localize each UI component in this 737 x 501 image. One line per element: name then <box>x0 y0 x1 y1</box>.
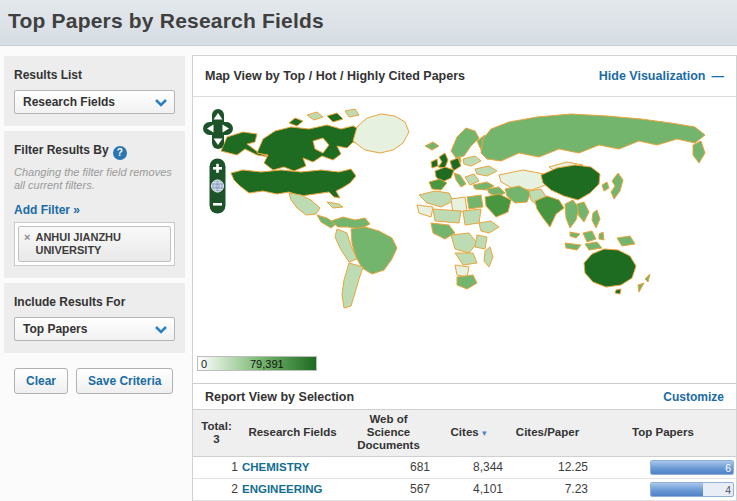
world-map-choropleth[interactable] <box>193 101 735 353</box>
filter-tag-label: ANHUI JIANZHU UNIVERSITY <box>35 231 165 257</box>
help-icon[interactable]: ? <box>113 146 127 160</box>
row-cites: 4,101 <box>432 478 505 500</box>
row-rank: 1 <box>193 456 240 478</box>
map-view-header: Map View by Top / Hot / Highly Cited Pap… <box>193 56 736 97</box>
collapse-icon[interactable]: — <box>712 69 725 83</box>
top-papers-bar: 4 <box>650 482 734 497</box>
active-filter-list: × ANHUI JIANZHU UNIVERSITY <box>14 222 175 266</box>
main-panel: Map View by Top / Hot / Highly Cited Pap… <box>192 55 737 501</box>
include-results-section: Include Results For Top Papers <box>4 283 185 353</box>
map-pan-control[interactable] <box>203 109 233 149</box>
map-controls <box>203 109 237 218</box>
row-cpp: 12.25 <box>505 456 590 478</box>
include-results-label: Include Results For <box>14 295 175 309</box>
page-header: Top Papers by Research Fields <box>0 0 737 46</box>
include-results-dropdown[interactable]: Top Papers <box>14 317 175 341</box>
top-papers-value: 6 <box>725 461 731 475</box>
row-cpp: 7.23 <box>505 478 590 500</box>
total-count: 3 <box>195 433 238 446</box>
sidebar: Results List Research Fields Filter Resu… <box>4 56 185 404</box>
row-cites: 8,344 <box>432 456 505 478</box>
report-view-title: Report View by Selection <box>205 390 354 404</box>
filter-heading: Filter Results By? <box>14 143 175 160</box>
row-wos: 567 <box>345 478 432 500</box>
filter-tag[interactable]: × ANHUI JIANZHU UNIVERSITY <box>18 226 171 262</box>
column-top-papers[interactable]: Top Papers <box>590 410 736 457</box>
row-field: ENGINEERING <box>240 478 345 500</box>
top-papers-value: 4 <box>725 483 731 497</box>
map-view-title: Map View by Top / Hot / Highly Cited Pap… <box>205 69 465 83</box>
results-list-label: Results List <box>14 68 175 82</box>
column-wos-documents[interactable]: Web of Science Documents <box>345 410 432 457</box>
clear-button[interactable]: Clear <box>14 368 68 394</box>
save-criteria-button[interactable]: Save Criteria <box>76 368 173 394</box>
field-link[interactable]: ENGINEERING <box>242 483 323 495</box>
scale-min-label: 0 <box>201 357 207 371</box>
filter-section: Filter Results By? Changing the filter f… <box>4 131 185 278</box>
chevron-down-icon <box>154 325 168 334</box>
results-list-selected: Research Fields <box>23 95 115 109</box>
field-link[interactable]: CHEMISTRY <box>242 461 309 473</box>
row-rank: 2 <box>193 478 240 500</box>
results-list-section: Results List Research Fields <box>4 56 185 126</box>
column-research-fields[interactable]: Research Fields <box>240 410 345 457</box>
table-header-row: Total: 3 Research Fields Web of Science … <box>193 410 736 457</box>
row-wos: 681 <box>345 456 432 478</box>
report-table: Total: 3 Research Fields Web of Science … <box>193 409 736 501</box>
row-top-papers: 6 <box>590 456 736 478</box>
zoom-out-icon <box>213 203 222 206</box>
close-icon[interactable]: × <box>24 231 30 243</box>
add-filter-link[interactable]: Add Filter » <box>14 203 80 217</box>
map-zoom-control[interactable] <box>209 158 226 214</box>
scale-max-label: 79,391 <box>250 357 284 371</box>
page-title: Top Papers by Research Fields <box>8 9 729 33</box>
include-results-selected: Top Papers <box>23 322 87 336</box>
row-field: CHEMISTRY <box>240 456 345 478</box>
report-view-header: Report View by Selection Customize <box>193 383 736 409</box>
total-header: Total: 3 <box>193 410 240 457</box>
top-papers-bar: 6 <box>650 460 734 475</box>
customize-link[interactable]: Customize <box>663 390 724 404</box>
map-area: 0 79,391 <box>193 97 736 383</box>
row-top-papers: 4 <box>590 478 736 500</box>
hide-visualization-link[interactable]: Hide Visualization— <box>599 69 724 83</box>
map-regions[interactable] <box>221 109 705 308</box>
table-row: 2 ENGINEERING 567 4,101 7.23 4 <box>193 478 736 500</box>
globe-icon <box>212 180 224 192</box>
column-cites[interactable]: Cites ▾ <box>432 410 505 457</box>
sort-desc-icon: ▾ <box>482 428 487 438</box>
column-cites-per-paper[interactable]: Cites/Paper <box>505 410 590 457</box>
sidebar-buttons: Clear Save Criteria <box>4 358 185 404</box>
results-list-dropdown[interactable]: Research Fields <box>14 90 175 114</box>
filter-note: Changing the filter field removes all cu… <box>14 166 175 194</box>
chevron-down-icon <box>154 98 168 107</box>
map-color-scale: 0 79,391 <box>197 356 317 371</box>
table-row: 1 CHEMISTRY 681 8,344 12.25 6 <box>193 456 736 478</box>
